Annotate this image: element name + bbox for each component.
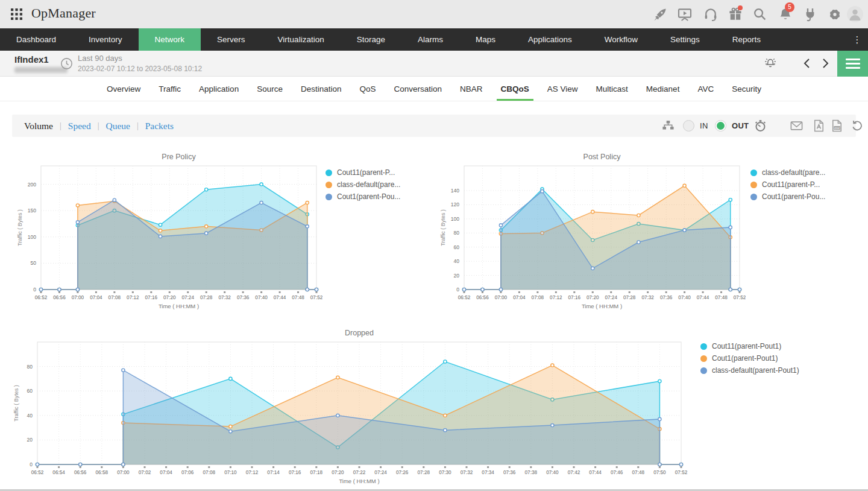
nav-item-workflow[interactable]: Workflow <box>588 28 654 51</box>
in-label[interactable]: IN <box>700 121 708 130</box>
date-range: 2023-02-07 10:12 to 2023-05-08 10:12 <box>78 65 202 73</box>
legend-item[interactable]: class-default(parent-Pout1) <box>700 364 799 376</box>
tab-qos[interactable]: QoS <box>350 77 385 101</box>
chevron-right-icon[interactable] <box>820 57 831 70</box>
pdf-icon[interactable] <box>813 119 825 132</box>
svg-text:07:08: 07:08 <box>108 295 121 300</box>
rocket-icon[interactable] <box>653 7 667 22</box>
alarm-bell-icon[interactable] <box>764 57 777 70</box>
tab-cbqos[interactable]: CBQoS <box>492 77 538 101</box>
hierarchy-icon[interactable] <box>662 119 675 132</box>
nav-item-maps[interactable]: Maps <box>459 28 512 51</box>
panel-menu-button[interactable] <box>837 51 868 77</box>
time-period-label[interactable]: Last 90 days <box>78 54 122 63</box>
svg-text:07:40: 07:40 <box>678 295 691 300</box>
tab-multicast[interactable]: Multicast <box>587 77 637 101</box>
nav-item-applications[interactable]: Applications <box>512 28 588 51</box>
tab-destination[interactable]: Destination <box>292 77 351 101</box>
mail-icon[interactable] <box>790 119 803 132</box>
svg-text:20: 20 <box>454 273 460 279</box>
svg-text:07:44: 07:44 <box>697 295 709 300</box>
tab-traffic[interactable]: Traffic <box>149 77 190 101</box>
reset-icon[interactable] <box>851 119 863 132</box>
legend-item[interactable]: Cout1(parent-Pou... <box>750 191 825 203</box>
chart-toolbar: Volume|Speed|Queue|Packets IN OUT csv <box>12 115 856 137</box>
svg-text:07:52: 07:52 <box>310 295 322 300</box>
svg-text:07:20: 07:20 <box>587 295 599 300</box>
headset-icon[interactable] <box>703 7 718 22</box>
svg-text:Time ( HH:MM ): Time ( HH:MM ) <box>339 478 379 484</box>
nav-item-servers[interactable]: Servers <box>201 28 262 51</box>
legend-item[interactable]: class-default(pare... <box>750 166 825 179</box>
legend-item[interactable]: Cout11(parent-P... <box>326 166 400 179</box>
tab-nbar[interactable]: NBAR <box>451 77 492 101</box>
nav-overflow-menu[interactable]: ⋮ <box>850 28 864 51</box>
in-radio[interactable] <box>683 120 694 131</box>
nav-item-alarms[interactable]: Alarms <box>401 28 459 51</box>
bell-badge: 5 <box>785 2 794 12</box>
clock-icon <box>60 57 73 70</box>
svg-text:07:48: 07:48 <box>715 295 728 300</box>
search-icon[interactable] <box>753 7 767 22</box>
view-link-volume[interactable]: Volume <box>24 121 53 131</box>
presentation-icon[interactable] <box>678 7 692 22</box>
legend-label: class-default(parent-Pout1) <box>712 366 799 375</box>
legend-item[interactable]: Cout1(parent-Pou... <box>326 191 400 203</box>
pre-policy-chart: Pre Policy05010015020006:5206:5607:0007:… <box>15 150 322 321</box>
tab-conversation[interactable]: Conversation <box>385 77 451 101</box>
view-separator: | <box>98 121 99 131</box>
tab-overview[interactable]: Overview <box>98 77 149 101</box>
svg-text:07:24: 07:24 <box>181 295 194 300</box>
post-policy-svg: Post Policy02040608010012014006:5206:560… <box>438 150 746 318</box>
svg-text:06:52: 06:52 <box>458 295 471 300</box>
app-grid-icon[interactable] <box>11 8 22 20</box>
legend-item[interactable]: Cout11(parent-Pout1) <box>700 340 799 352</box>
svg-text:07:22: 07:22 <box>353 470 366 475</box>
out-radio[interactable] <box>715 120 726 131</box>
svg-text:07:08: 07:08 <box>203 470 216 475</box>
view-link-queue[interactable]: Queue <box>105 121 130 131</box>
tab-medianet[interactable]: Medianet <box>637 77 689 101</box>
view-separator: | <box>60 121 61 131</box>
legend-item[interactable]: Cout1(parent-Pout1) <box>700 352 799 364</box>
svg-text:07:08: 07:08 <box>532 295 544 300</box>
svg-text:07:36: 07:36 <box>503 470 516 475</box>
view-link-packets[interactable]: Packets <box>145 121 174 131</box>
tab-application[interactable]: Application <box>190 77 248 101</box>
svg-text:06:56: 06:56 <box>476 295 489 300</box>
tab-source[interactable]: Source <box>248 77 292 101</box>
svg-text:07:12: 07:12 <box>127 295 139 300</box>
gear-icon[interactable] <box>828 7 842 22</box>
svg-text:140: 140 <box>451 188 459 194</box>
legend-dot-icon <box>700 355 707 362</box>
svg-text:07:40: 07:40 <box>546 470 559 475</box>
legend-label: Cout1(parent-Pout1) <box>712 354 778 363</box>
svg-text:07:24: 07:24 <box>374 470 387 475</box>
svg-text:Time ( HH:MM ): Time ( HH:MM ) <box>582 303 622 309</box>
csv-icon[interactable]: csv <box>831 119 843 132</box>
nav-item-network[interactable]: Network <box>139 28 201 51</box>
nav-item-virtualization[interactable]: Virtualization <box>262 28 341 51</box>
plug-icon[interactable] <box>803 7 817 22</box>
view-link-speed[interactable]: Speed <box>68 121 91 131</box>
svg-text:07:00: 07:00 <box>72 295 84 300</box>
legend-item[interactable]: Cout11(parent-P... <box>750 179 825 191</box>
user-avatar[interactable] <box>847 6 863 22</box>
tab-avc[interactable]: AVC <box>688 77 723 101</box>
tab-security[interactable]: Security <box>723 77 770 101</box>
interface-address-redacted <box>14 67 68 73</box>
chevron-left-icon[interactable] <box>802 57 813 70</box>
svg-text:07:50: 07:50 <box>653 470 666 475</box>
pre-policy-legend: Cout11(parent-P...class-default(pare...C… <box>326 166 400 203</box>
timer-icon[interactable] <box>754 119 767 132</box>
legend-label: Cout11(parent-Pout1) <box>712 342 781 350</box>
out-label[interactable]: OUT <box>732 121 749 130</box>
nav-item-settings[interactable]: Settings <box>654 28 716 51</box>
legend-dot-icon <box>326 182 332 188</box>
legend-item[interactable]: class-default(pare... <box>326 179 400 191</box>
nav-item-storage[interactable]: Storage <box>341 28 401 51</box>
nav-item-reports[interactable]: Reports <box>716 28 777 51</box>
tab-as-view[interactable]: AS View <box>538 77 587 101</box>
nav-item-dashboard[interactable]: Dashboard <box>0 28 72 51</box>
nav-item-inventory[interactable]: Inventory <box>72 28 139 51</box>
